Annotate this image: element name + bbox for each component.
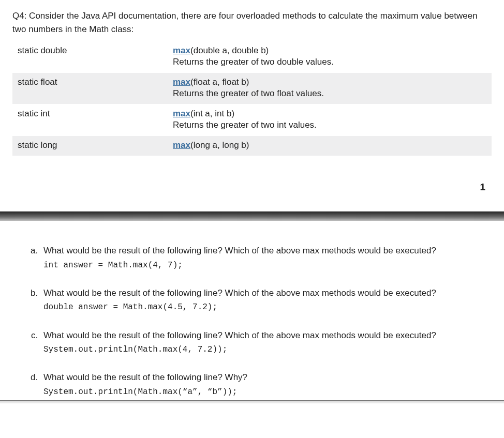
bottom-shadow [0, 401, 504, 403]
subquestion-prompt: What would be the result of the followin… [43, 371, 492, 384]
api-method-params: (double a, double b) [190, 46, 269, 55]
api-row: static longmax(long a, long b) [12, 136, 492, 156]
api-row: static floatmax(float a, float b)Returns… [12, 73, 492, 104]
api-signature-cell: max(double a, double b)Returns the great… [168, 41, 492, 73]
subquestion-prompt: What would be the result of the followin… [43, 245, 492, 258]
subquestion-item: What would be the result of the followin… [40, 329, 492, 356]
api-modifier: static int [12, 104, 168, 136]
api-signature-cell: max(int a, int b)Returns the greater of … [168, 104, 492, 136]
api-method-link[interactable]: max [173, 109, 190, 118]
api-modifier: static double [12, 41, 168, 73]
subquestion-code: System.out.println(Math.max(“a”, “b”)); [43, 386, 492, 398]
api-signature-cell: max(long a, long b) [168, 136, 492, 156]
api-signature-cell: max(float a, float b)Returns the greater… [168, 73, 492, 104]
api-modifier: static float [12, 73, 168, 104]
api-method-desc: Returns the greater of two float values. [173, 88, 486, 99]
page-upper: Q4: Consider the Java API documentation,… [0, 0, 504, 156]
subquestion-code: int answer = Math.max(4, 7); [43, 260, 492, 271]
api-table: static doublemax(double a, double b)Retu… [12, 41, 492, 156]
subquestion-list: What would be the result of the followin… [12, 245, 492, 398]
api-method-link[interactable]: max [173, 77, 190, 87]
api-method-link[interactable]: max [173, 140, 190, 150]
subquestion-prompt: What would be the result of the followin… [43, 329, 492, 342]
api-method-params: (float a, float b) [190, 77, 249, 87]
subquestion-item: What would be the result of the followin… [40, 287, 492, 314]
api-method-desc: Returns the greater of two double values… [173, 57, 486, 67]
api-row: static doublemax(double a, double b)Retu… [12, 41, 492, 73]
api-method-params: (long a, long b) [190, 140, 249, 150]
subquestion-item: What would be the result of the followin… [40, 371, 492, 398]
api-row: static intmax(int a, int b)Returns the g… [12, 104, 492, 136]
question-text: Q4: Consider the Java API documentation,… [12, 9, 492, 36]
page-separator [0, 212, 504, 221]
page-number: 1 [0, 156, 504, 212]
page-lower: What would be the result of the followin… [0, 221, 504, 398]
subquestion-code: System.out.println(Math.max(4, 7.2)); [43, 344, 492, 356]
subquestion-prompt: What would be the result of the followin… [43, 287, 492, 300]
api-modifier: static long [12, 136, 168, 156]
api-method-params: (int a, int b) [190, 109, 234, 118]
subquestion-item: What would be the result of the followin… [40, 245, 492, 271]
api-method-link[interactable]: max [173, 46, 190, 55]
api-method-desc: Returns the greater of two int values. [173, 120, 486, 130]
subquestion-code: double answer = Math.max(4.5, 7.2); [43, 301, 492, 313]
